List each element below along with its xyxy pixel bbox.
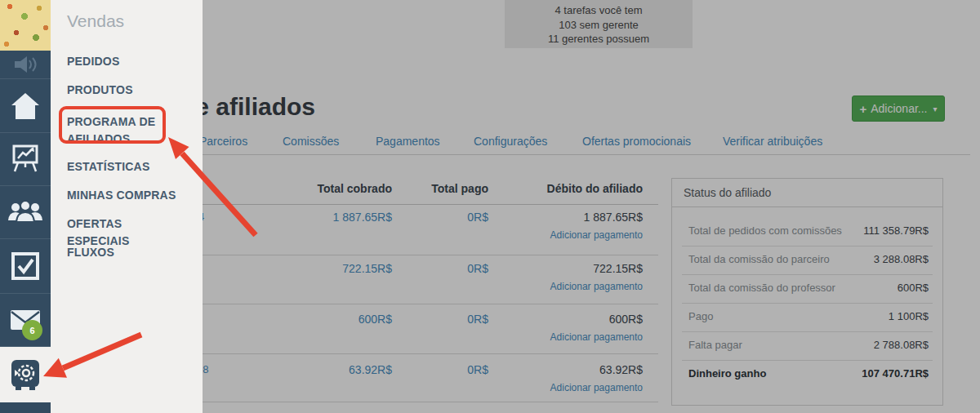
sidebar-item-home[interactable]	[0, 79, 51, 133]
dim-overlay	[203, 0, 980, 413]
sidebar-item-sales[interactable]	[0, 347, 51, 402]
menu-item-estatisticas[interactable]: ESTATÍSTICAS	[67, 158, 181, 175]
annotation-highlight-box	[59, 106, 166, 144]
account-logo[interactable]	[0, 0, 51, 51]
sidebar-item-users[interactable]	[0, 186, 51, 239]
sidebar-item-announcements[interactable]	[0, 51, 51, 79]
users-icon	[7, 199, 43, 225]
chart-easel-icon	[11, 144, 39, 175]
menu-item-produtos[interactable]: PRODUTOS	[67, 82, 181, 99]
flyout-title: Vendas	[67, 11, 124, 31]
safe-icon	[10, 358, 41, 391]
menu-item-pedidos[interactable]: PEDIDOS	[67, 53, 181, 70]
sidebar-item-statistics[interactable]	[0, 133, 51, 186]
sidebar-item-next[interactable]	[0, 402, 51, 413]
menu-item-minhas-compras[interactable]: MINHAS COMPRAS	[67, 187, 181, 204]
vendas-flyout-menu: Vendas PEDIDOS PRODUTOS PROGRAMA DE AFIL…	[51, 0, 203, 413]
home-icon	[10, 91, 41, 122]
sidebar-item-messages[interactable]: 6	[0, 294, 51, 347]
checkbox-icon	[11, 251, 40, 281]
speaker-icon	[13, 56, 38, 73]
app-window: 4 tarefas você tem 103 sem gerente 11 ge…	[0, 0, 980, 413]
sidebar: 6	[0, 0, 51, 413]
sidebar-item-tasks[interactable]	[0, 239, 51, 294]
unread-count-badge: 6	[22, 320, 42, 340]
menu-item-fluxos[interactable]: FLUXOS	[67, 244, 181, 261]
